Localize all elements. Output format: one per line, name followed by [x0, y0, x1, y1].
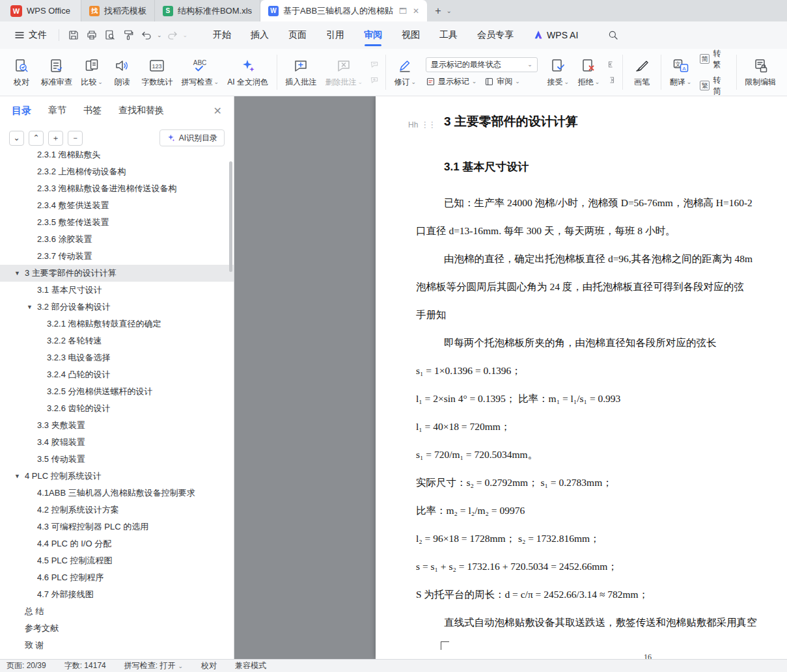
toc-item[interactable]: ▼ 3 主要零部件的设计计算 — [0, 265, 234, 282]
prev-revision-button[interactable] — [605, 59, 617, 70]
track-changes-button[interactable]: 修订⌄ — [390, 54, 421, 90]
toc-item[interactable]: ▼ 3.2.2 各轮转速 — [0, 332, 234, 349]
toc-item[interactable]: ▼ 3.3 夹敷装置 — [0, 417, 234, 434]
menu-item-wps-ai[interactable]: WPS AI — [525, 25, 587, 45]
toc-item[interactable]: ▼ 3.2.3 电设备选择 — [0, 349, 234, 366]
markup-state-select[interactable]: 显示标记的最终状态 ⌄ — [426, 57, 538, 72]
toc-item[interactable]: ▼ 致 谢 — [0, 637, 234, 654]
toc-item[interactable]: ▼ 3.2.5 分泡棉供送螺杆的设计 — [0, 383, 234, 400]
collapse-all-button[interactable]: ⌃ — [29, 131, 44, 146]
insert-comment-button[interactable]: 插入批注 — [281, 54, 321, 90]
review-pane-button[interactable]: 审阅 ⌄ — [484, 76, 520, 87]
tab-document-active[interactable]: W 基于ABB三轴机器人的泡棉贴 🗔 ✕ — [260, 0, 427, 21]
toc-item[interactable]: ▼ 4.1ABB 三轴机器人泡棉贴敷设备控制要求 — [0, 485, 234, 502]
chevron-expand-icon[interactable]: ▼ — [14, 473, 25, 479]
status-word-count[interactable]: 字数: 14174 — [64, 660, 106, 671]
menu-item-page[interactable]: 页面 — [280, 25, 315, 46]
ai-toc-button[interactable]: AI识别目录 — [159, 129, 225, 146]
toc-item[interactable]: ▼ 3.2.4 凸轮的设计 — [0, 366, 234, 383]
tab-docer-template[interactable]: 找 找稻壳模板 — [81, 0, 155, 21]
search-button[interactable] — [605, 27, 622, 44]
save-button[interactable] — [65, 27, 82, 44]
close-sidebar-icon[interactable]: ✕ — [214, 105, 222, 117]
toc-item[interactable]: ▼ 参考文献 — [0, 620, 234, 637]
close-icon[interactable]: ✕ — [413, 7, 419, 16]
toc-item[interactable]: ▼ 3.5 传动装置 — [0, 451, 234, 468]
ink-pen-button[interactable]: 画笔 — [627, 54, 657, 90]
menu-item-home[interactable]: 开始 — [204, 25, 240, 46]
menu-item-view[interactable]: 视图 — [393, 25, 428, 46]
heading-handle[interactable]: Hh ⋮⋮ — [408, 120, 435, 129]
redo-dropdown-chevron[interactable]: ⌄ — [182, 32, 189, 38]
status-proofread[interactable]: 校对 — [201, 660, 217, 671]
menu-item-review[interactable]: 审阅 — [355, 25, 391, 46]
sidebar-tab-bookmarks[interactable]: 书签 — [83, 105, 102, 116]
proofread-button[interactable]: 校对 — [7, 54, 36, 90]
toc-item[interactable]: ▼ 2.3.4 敷签供送装置 — [0, 197, 234, 214]
restrict-edit-button[interactable]: 限制编辑 — [741, 54, 780, 90]
expand-all-button[interactable]: ⌄ — [9, 131, 24, 146]
spell-check-button[interactable]: ABC 拼写检查⌄ — [177, 54, 223, 90]
tab-wps-home[interactable]: W WPS Office — [0, 0, 81, 21]
zoom-in-button[interactable]: ＋ — [48, 131, 63, 146]
toc-item[interactable]: ▼ 2.3.5 敷签传送装置 — [0, 214, 234, 231]
menu-item-reference[interactable]: 引用 — [318, 25, 353, 46]
delete-comment-button[interactable]: 删除批注⌄ — [321, 54, 367, 90]
translate-button[interactable]: 文A 翻译⌄ — [665, 54, 696, 90]
redo-button[interactable] — [164, 27, 181, 44]
zoom-out-button[interactable]: － — [68, 131, 83, 146]
toc-item[interactable]: ▼ 总 结 — [0, 603, 234, 620]
toc-item[interactable]: ▼ 3.2 部分设备构设计 — [0, 299, 234, 316]
sidebar-tab-chapters[interactable]: 章节 — [48, 105, 66, 116]
read-aloud-button[interactable]: 朗读 — [107, 54, 137, 90]
reject-button[interactable]: 拒绝⌄ — [573, 54, 604, 90]
menu-item-insert[interactable]: 插入 — [242, 25, 277, 46]
sidebar-tab-toc[interactable]: 目录 — [12, 105, 31, 117]
status-spell-check[interactable]: 拼写检查: 打开 ⌄ — [124, 660, 183, 671]
document-viewport[interactable]: Hh ⋮⋮ 3 主要零部件的设计计算 3.1 基本尺寸设计 已知：生产率 240… — [234, 96, 787, 659]
toc-item[interactable]: ▼ 4.4 PLC 的 I/O 分配 — [0, 535, 234, 552]
show-markup-button[interactable]: 显示标记 ⌄ — [426, 76, 477, 87]
toc-item[interactable]: ▼ 3.2.6 齿轮的设计 — [0, 400, 234, 417]
toc-item[interactable]: ▼ 3.2.1 泡棉贴敷转鼓直径的确定 — [0, 316, 234, 332]
chevron-expand-icon[interactable]: ▼ — [27, 304, 37, 310]
format-painter-button[interactable] — [120, 27, 137, 44]
menu-item-tools[interactable]: 工具 — [431, 25, 466, 46]
tab-spreadsheet[interactable]: S 结构标准件BOM.xls — [155, 0, 260, 21]
to-traditional-button[interactable]: 简 转繁 — [700, 48, 728, 70]
toc-item[interactable]: ▼ 3.4 胶辊装置 — [0, 434, 234, 451]
toc-item[interactable]: ▼ 4.6 PLC 控制程序 — [0, 569, 234, 586]
undo-dropdown-chevron[interactable]: ⌄ — [156, 32, 163, 38]
standard-review-button[interactable]: 标准审查 — [36, 54, 76, 90]
sidebar-tab-find-replace[interactable]: 查找和替换 — [118, 105, 164, 116]
sidebar-scrollbar-thumb[interactable] — [229, 161, 232, 272]
file-menu-button[interactable]: 文件 — [8, 25, 53, 45]
toc-item[interactable]: ▼ 4.5 PLC 控制流程图 — [0, 552, 234, 569]
compare-button[interactable]: 比较⌄ — [76, 54, 107, 90]
toc-item[interactable]: ▼ 4.7 外部接线图 — [0, 586, 234, 603]
new-tab-button[interactable]: + — [435, 5, 441, 17]
toc-item[interactable]: ▼ 2.3.1 泡棉贴敷头 — [0, 151, 234, 163]
status-page-count[interactable]: 页面: 20/39 — [7, 660, 46, 671]
print-button[interactable] — [83, 27, 100, 44]
print-preview-button[interactable] — [102, 27, 118, 44]
chevron-down-icon[interactable]: ⌄ — [447, 8, 452, 14]
accept-button[interactable]: 接受⌄ — [543, 54, 573, 90]
toc-item[interactable]: ▼ 2.3.2 上泡棉传动设备构 — [0, 163, 234, 180]
toc-item[interactable]: ▼ 2.3.7 传动装置 — [0, 248, 234, 265]
toc-item[interactable]: ▼ 2.3.6 涂胶装置 — [0, 231, 234, 248]
document-page[interactable]: Hh ⋮⋮ 3 主要零部件的设计计算 3.1 基本尺寸设计 已知：生产率 240… — [376, 96, 787, 659]
next-revision-button[interactable] — [605, 75, 617, 85]
next-comment-button[interactable] — [368, 75, 380, 85]
ai-polish-button[interactable]: AI 全文润色 — [223, 54, 273, 90]
prev-comment-button[interactable] — [368, 59, 380, 70]
undo-button[interactable] — [138, 27, 155, 44]
toc-item[interactable]: ▼ 4.3 可编程控制器 PLC 的选用 — [0, 518, 234, 535]
toc-item[interactable]: ▼ 3.1 基本尺寸设计 — [0, 282, 234, 299]
word-count-button[interactable]: 123 字数统计 — [137, 54, 176, 90]
menu-item-member[interactable]: 会员专享 — [469, 25, 522, 46]
to-simplified-button[interactable]: 繁 转简 — [700, 75, 728, 97]
toc-item[interactable]: ▼ 2.3.3 泡棉贴敷设备进泡棉传送设备构 — [0, 180, 234, 197]
toc-item[interactable]: ▼ 4.2 控制系统设计方案 — [0, 502, 234, 518]
toc-item[interactable]: ▼ 4 PLC 控制系统设计 — [0, 468, 234, 485]
